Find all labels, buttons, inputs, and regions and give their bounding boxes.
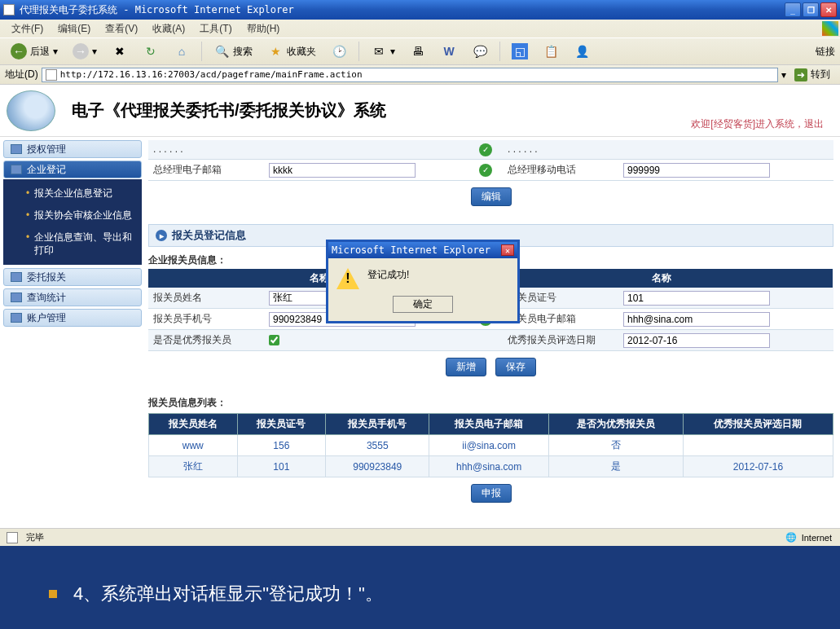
forward-icon: → xyxy=(73,43,89,59)
ext3-button[interactable]: 👤 xyxy=(568,41,596,62)
mail-button[interactable]: ✉▾ xyxy=(365,41,401,62)
go-arrow-icon: ➜ xyxy=(794,68,807,81)
bullet-icon xyxy=(49,590,57,598)
menu-tools[interactable]: 工具(T) xyxy=(193,20,238,37)
slide-caption: 4、系统弹出对话框显示"登记成功！"。 xyxy=(0,546,840,629)
discuss-icon: 💬 xyxy=(472,43,488,59)
ext3-icon: 👤 xyxy=(574,43,590,59)
browser-body: 电子《代理报关委托书/委托报关协议》系统 欢迎[经贸客货]进入系统，退出 授权管… xyxy=(0,85,840,528)
chevron-down-icon: ▾ xyxy=(390,46,395,57)
dialog-ok-button[interactable]: 确定 xyxy=(393,296,453,313)
close-button[interactable]: ✕ xyxy=(820,2,837,17)
history-icon: 🕑 xyxy=(331,43,347,59)
star-icon: ★ xyxy=(267,43,284,59)
ext2-button[interactable]: 📋 xyxy=(537,41,565,62)
address-dropdown[interactable]: ▾ xyxy=(781,69,786,81)
edit-button[interactable]: W xyxy=(435,41,463,62)
discuss-button[interactable]: 💬 xyxy=(466,41,494,62)
forward-button[interactable]: → ▾ xyxy=(67,41,103,62)
dialog-overlay: Microsoft Internet Explorer ✕ ! 登记成功! 确定 xyxy=(0,85,840,528)
menu-favorites[interactable]: 收藏(A) xyxy=(146,20,191,37)
home-icon: ⌂ xyxy=(174,43,190,59)
search-button[interactable]: 🔍搜索 xyxy=(208,41,258,62)
history-button[interactable]: 🕑 xyxy=(325,41,353,62)
favorites-button[interactable]: ★收藏夹 xyxy=(262,41,322,62)
alert-dialog: Microsoft Internet Explorer ✕ ! 登记成功! 确定 xyxy=(326,240,520,323)
ext2-icon: 📋 xyxy=(543,43,559,59)
window-title: 代理报关电子委托系统 - Microsoft Internet Explorer xyxy=(20,3,294,17)
address-label: 地址(D) xyxy=(5,68,38,81)
statusbar: 完毕 🌐 Internet xyxy=(0,528,840,546)
menu-file[interactable]: 文件(F) xyxy=(5,20,50,37)
dialog-close-button[interactable]: ✕ xyxy=(501,244,514,256)
menubar: 文件(F) 编辑(E) 查看(V) 收藏(A) 工具(T) 帮助(H) xyxy=(0,20,840,37)
menu-edit[interactable]: 编辑(E) xyxy=(51,20,97,37)
home-button[interactable]: ⌂ xyxy=(168,41,196,62)
warning-icon: ! xyxy=(336,268,359,289)
toolbar: ← 后退 ▾ → ▾ ✖ ↻ ⌂ 🔍搜索 ★收藏夹 🕑 ✉▾ 🖶 W 💬 ◱ 📋… xyxy=(0,37,840,65)
refresh-icon: ↻ xyxy=(143,43,159,59)
ext1-button[interactable]: ◱ xyxy=(506,41,534,62)
print-icon: 🖶 xyxy=(410,43,426,59)
ie-window: 代理报关电子委托系统 - Microsoft Internet Explorer… xyxy=(0,0,840,546)
mail-icon: ✉ xyxy=(371,43,387,59)
stop-button[interactable]: ✖ xyxy=(106,41,134,62)
addressbar: 地址(D) http://172.16.13.16:27003/acd/page… xyxy=(0,65,840,85)
search-icon: 🔍 xyxy=(213,43,230,59)
titlebar: 代理报关电子委托系统 - Microsoft Internet Explorer… xyxy=(0,0,840,20)
page-icon xyxy=(3,4,15,15)
address-input[interactable]: http://172.16.13.16:27003/acd/pageframe/… xyxy=(42,68,778,82)
minimize-button[interactable]: _ xyxy=(785,2,801,17)
word-icon: W xyxy=(441,43,457,59)
stop-icon: ✖ xyxy=(112,43,128,59)
refresh-button[interactable]: ↻ xyxy=(137,41,165,62)
menu-view[interactable]: 查看(V) xyxy=(99,20,144,37)
back-icon: ← xyxy=(11,43,27,59)
back-button[interactable]: ← 后退 ▾ xyxy=(5,41,64,62)
maximize-button[interactable]: ❐ xyxy=(803,2,819,17)
windows-logo-icon xyxy=(822,21,838,36)
go-button[interactable]: ➜ 转到 xyxy=(789,68,835,81)
status-text: 完毕 xyxy=(26,531,44,543)
chevron-down-icon: ▾ xyxy=(92,46,97,57)
print-button[interactable]: 🖶 xyxy=(404,41,432,62)
links-label[interactable]: 链接 xyxy=(816,45,835,59)
dialog-message: 登记成功! xyxy=(367,268,409,282)
status-zone: Internet xyxy=(802,533,832,543)
dialog-titlebar: Microsoft Internet Explorer ✕ xyxy=(328,242,517,258)
chevron-down-icon: ▾ xyxy=(53,46,58,57)
address-url: http://172.16.13.16:27003/acd/pageframe/… xyxy=(60,69,363,80)
page-icon xyxy=(7,532,18,543)
globe-icon: 🌐 xyxy=(785,532,797,543)
page-icon xyxy=(46,69,57,81)
ext1-icon: ◱ xyxy=(512,43,528,59)
menu-help[interactable]: 帮助(H) xyxy=(240,20,287,37)
